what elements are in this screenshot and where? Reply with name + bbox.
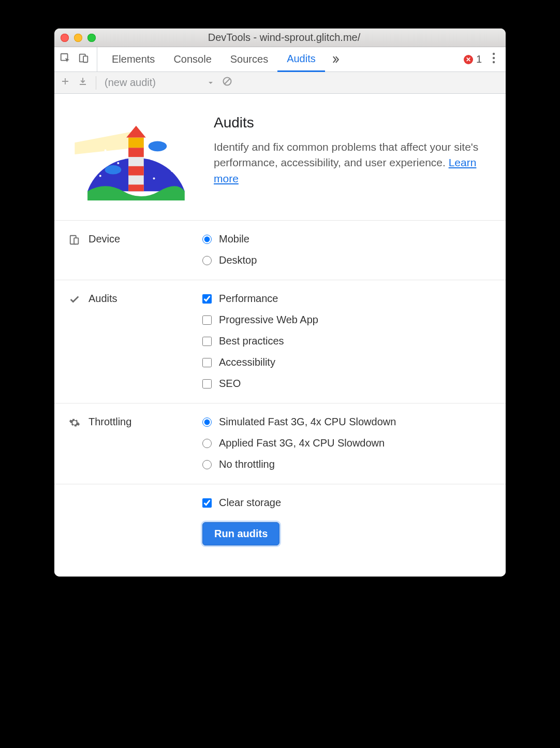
footer: Clear storage Run audits [54, 484, 506, 577]
audit-option-pwa[interactable]: Progressive Web App [202, 314, 491, 326]
tab-console[interactable]: Console [164, 47, 220, 71]
intro: Audits Identify and fix common problems … [54, 94, 506, 220]
gear-icon [69, 417, 80, 428]
download-button[interactable] [78, 77, 87, 89]
section-label: Throttling [89, 416, 131, 428]
download-icon [78, 77, 87, 86]
svg-point-21 [153, 178, 155, 180]
device-radio-desktop[interactable] [202, 256, 212, 265]
tab-elements[interactable]: Elements [102, 47, 164, 71]
option-label: Performance [219, 293, 278, 305]
section-device: Device Mobile Desktop [54, 220, 506, 280]
clear-button[interactable] [222, 76, 232, 89]
tab-label: Sources [230, 53, 268, 65]
svg-marker-10 [126, 126, 146, 138]
device-icon [69, 234, 80, 246]
error-count[interactable]: ✕ 1 [464, 53, 487, 65]
svg-point-3 [493, 53, 495, 55]
svg-point-18 [160, 160, 163, 162]
svg-rect-2 [83, 56, 87, 62]
section-audits: Audits Performance Progressive Web App B… [54, 280, 506, 403]
block-icon [222, 76, 232, 87]
option-label: Mobile [219, 233, 249, 245]
audits-panel: Audits Identify and fix common problems … [54, 94, 506, 577]
more-tabs-button[interactable] [325, 47, 346, 71]
svg-point-4 [493, 57, 495, 59]
kebab-icon [492, 52, 495, 64]
tabs: Elements Console Sources Audits [102, 47, 346, 71]
svg-point-14 [149, 141, 167, 151]
section-label: Device [89, 233, 120, 245]
option-label: Simulated Fast 3G, 4x CPU Slowdown [219, 416, 396, 428]
throttle-option-simulated[interactable]: Simulated Fast 3G, 4x CPU Slowdown [202, 416, 491, 428]
option-label: No throttling [219, 458, 275, 470]
devtools-tabbar: Elements Console Sources Audits ✕ 1 [54, 47, 506, 72]
audit-check-best-practices[interactable] [202, 337, 212, 346]
svg-rect-12 [128, 166, 144, 176]
section-throttling: Throttling Simulated Fast 3G, 4x CPU Slo… [54, 403, 506, 484]
audit-check-accessibility[interactable] [202, 358, 212, 367]
audit-check-performance[interactable] [202, 294, 212, 304]
svg-rect-11 [128, 148, 144, 157]
section-label: Audits [89, 293, 117, 305]
device-radio-mobile[interactable] [202, 235, 212, 244]
tab-audits[interactable]: Audits [277, 47, 325, 72]
option-label: Desktop [219, 254, 257, 266]
svg-point-15 [105, 165, 122, 175]
tab-label: Console [173, 53, 211, 65]
option-label: Best practices [219, 335, 284, 347]
svg-rect-23 [74, 238, 78, 244]
close-window-button[interactable] [61, 34, 69, 42]
device-option-mobile[interactable]: Mobile [202, 233, 491, 245]
chevron-double-right-icon [330, 54, 341, 65]
error-count-value: 1 [476, 53, 482, 65]
clear-storage-checkbox[interactable] [202, 498, 212, 508]
throttle-option-none[interactable]: No throttling [202, 458, 491, 470]
throttle-radio-none[interactable] [202, 460, 212, 469]
option-label: Applied Fast 3G, 4x CPU Slowdown [219, 437, 385, 449]
device-toggle-icon[interactable] [78, 52, 90, 66]
svg-point-16 [105, 149, 107, 151]
throttle-option-applied[interactable]: Applied Fast 3G, 4x CPU Slowdown [202, 437, 491, 449]
chevron-down-icon [208, 80, 214, 86]
clear-storage-option[interactable]: Clear storage [202, 497, 281, 509]
audits-subbar: (new audit) [54, 72, 506, 94]
audit-option-performance[interactable]: Performance [202, 293, 491, 305]
titlebar: DevTools - wind-sprout.glitch.me/ [54, 28, 506, 47]
audit-option-best-practices[interactable]: Best practices [202, 335, 491, 347]
svg-point-20 [99, 175, 101, 177]
intro-body: Identify and fix common problems that af… [214, 139, 491, 186]
error-icon: ✕ [464, 55, 473, 64]
intro-body-text: Identify and fix common problems that af… [214, 141, 478, 168]
tab-sources[interactable]: Sources [221, 47, 277, 71]
device-option-desktop[interactable]: Desktop [202, 254, 491, 266]
svg-point-19 [171, 170, 173, 172]
tab-label: Elements [112, 53, 155, 65]
window-title: DevTools - wind-sprout.glitch.me/ [69, 32, 499, 44]
check-icon [69, 294, 80, 305]
settings-menu-button[interactable] [487, 52, 500, 66]
svg-rect-13 [128, 184, 144, 191]
plus-icon [61, 77, 70, 86]
throttle-radio-applied[interactable] [202, 439, 212, 448]
throttle-radio-simulated[interactable] [202, 418, 212, 427]
option-label: Accessibility [219, 356, 275, 368]
lighthouse-logo [69, 114, 198, 202]
audit-option-accessibility[interactable]: Accessibility [202, 356, 491, 368]
intro-heading: Audits [214, 114, 491, 131]
run-audits-button[interactable]: Run audits [202, 522, 279, 545]
devtools-window: DevTools - wind-sprout.glitch.me/ Elemen… [54, 28, 506, 577]
option-label: Progressive Web App [219, 314, 318, 326]
audit-check-seo[interactable] [202, 379, 212, 389]
tab-label: Audits [287, 53, 316, 65]
new-audit-button[interactable] [61, 77, 70, 89]
audit-select-label: (new audit) [105, 77, 156, 89]
audit-option-seo[interactable]: SEO [202, 378, 491, 390]
inspect-icon[interactable] [60, 52, 71, 66]
audit-check-pwa[interactable] [202, 315, 212, 325]
audit-select[interactable]: (new audit) [105, 77, 214, 89]
svg-point-17 [117, 162, 119, 164]
option-label: SEO [219, 378, 241, 390]
clear-storage-label: Clear storage [219, 497, 281, 509]
svg-rect-9 [128, 137, 144, 148]
